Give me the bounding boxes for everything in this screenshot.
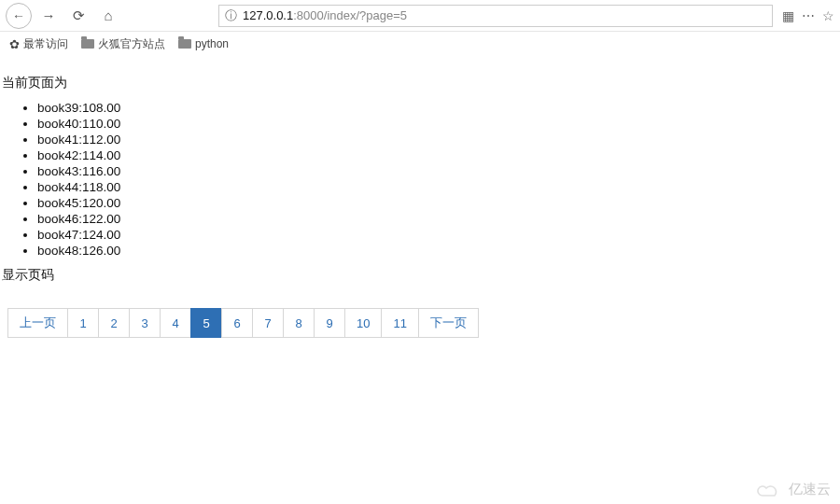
url-port: :8000	[293, 8, 324, 22]
pager-page[interactable]: 9	[314, 308, 345, 338]
bookmark-label: 最常访问	[23, 36, 68, 52]
address-bar[interactable]: ⓘ 127.0.0.1:8000/index/?page=5	[218, 5, 773, 27]
bookmark-item-firefox-official[interactable]: 火狐官方站点	[81, 36, 165, 52]
gear-icon: ✿	[9, 37, 20, 51]
home-button[interactable]: ⌂	[95, 3, 121, 29]
pager-page[interactable]: 1	[67, 308, 99, 338]
book-list: book39:108.00book40:110.00book41:112.00b…	[0, 101, 840, 258]
bookmarks-toolbar: ✿ 最常访问 火狐官方站点 python	[0, 32, 840, 56]
list-item: book46:122.00	[37, 212, 840, 226]
pager-page[interactable]: 5	[190, 308, 222, 338]
site-info-icon[interactable]: ⓘ	[225, 7, 237, 24]
list-item: book47:124.00	[37, 228, 840, 242]
list-item: book44:118.00	[37, 180, 840, 194]
pager-label: 显示页码	[2, 267, 840, 284]
page-heading: 当前页面为	[0, 75, 840, 91]
pager-page[interactable]: 2	[98, 308, 130, 338]
watermark: 亿速云	[757, 481, 831, 498]
folder-icon	[178, 39, 191, 49]
more-icon[interactable]: ⋯	[802, 8, 815, 23]
reload-button[interactable]: ⟳	[65, 3, 91, 29]
list-item: book42:114.00	[37, 148, 840, 162]
url-host: 127.0.0.1	[243, 8, 293, 22]
back-button[interactable]: ←	[6, 3, 32, 29]
url-path: /index/?page=5	[324, 8, 407, 22]
page-content: 当前页面为 book39:108.00book40:110.00book41:1…	[0, 56, 840, 345]
pagination: 上一页1234567891011下一页	[0, 301, 840, 345]
list-item: book40:110.00	[37, 117, 840, 131]
list-item: book48:126.00	[37, 244, 840, 258]
forward-button[interactable]: →	[35, 3, 62, 29]
browser-nav-toolbar: ← → ⟳ ⌂ ⓘ 127.0.0.1:8000/index/?page=5 ▦…	[0, 0, 840, 32]
pager-prev[interactable]: 上一页	[7, 308, 68, 338]
bookmark-label: 火狐官方站点	[98, 36, 165, 52]
bookmark-item-python[interactable]: python	[178, 37, 229, 50]
qr-icon[interactable]: ▦	[782, 8, 794, 23]
pager-page[interactable]: 4	[160, 308, 191, 338]
pager-page[interactable]: 3	[129, 308, 161, 338]
pager-page[interactable]: 10	[344, 308, 382, 338]
pager-page[interactable]: 6	[221, 308, 253, 338]
list-item: book43:116.00	[37, 164, 840, 178]
bookmark-item-most-visited[interactable]: ✿ 最常访问	[9, 36, 68, 52]
watermark-text: 亿速云	[789, 481, 831, 498]
bookmark-label: python	[195, 37, 229, 50]
bookmark-star-icon[interactable]: ☆	[822, 8, 834, 23]
pager-page[interactable]: 7	[252, 308, 284, 338]
pager-page[interactable]: 11	[381, 308, 418, 338]
pager-page[interactable]: 8	[283, 308, 315, 338]
list-item: book41:112.00	[37, 133, 840, 147]
list-item: book45:120.00	[37, 196, 840, 210]
list-item: book39:108.00	[37, 101, 840, 115]
pager-next[interactable]: 下一页	[418, 308, 479, 338]
folder-icon	[81, 39, 94, 49]
nav-right-controls: ▦ ⋯ ☆	[782, 8, 834, 23]
